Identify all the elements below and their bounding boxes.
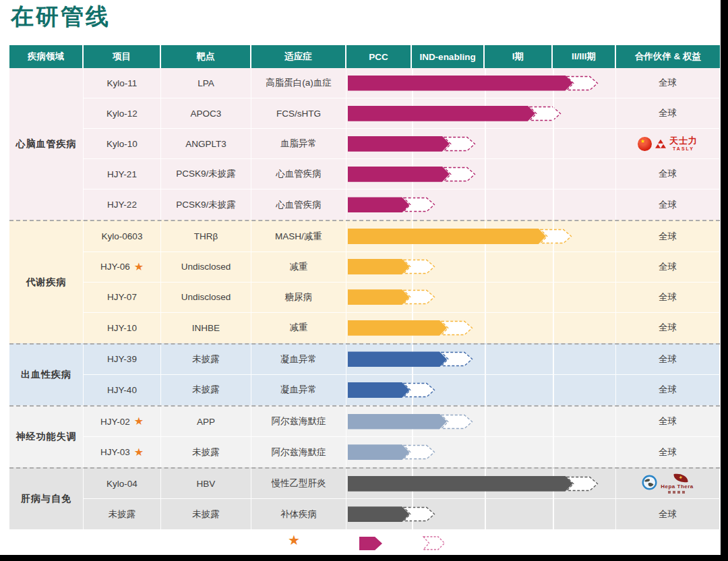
disease-group: 肝病与自免Kylo-04HBV慢性乙型肝炎✦Hepa Thera未披露未披露补体… <box>9 467 720 529</box>
phase-gridline <box>553 159 554 189</box>
phase-gridline <box>485 129 486 158</box>
project-name: HJY-10 <box>107 323 137 333</box>
tasly-logo: 天士力TASLY <box>669 136 698 151</box>
disease-area-label: 神经功能失调 <box>9 407 84 467</box>
progress-bar-solid <box>348 229 546 244</box>
phase-progress-cell <box>346 189 616 220</box>
disease-group: 代谢疾病Kylo-0603THRβMASH/减重全球HJY-06★Undiscl… <box>9 220 720 343</box>
progress-bar-solid <box>348 320 447 336</box>
project-name: Kylo-11 <box>107 78 138 88</box>
column-header-3: 适应症 <box>251 45 346 68</box>
column-header-7: II/III期 <box>553 45 616 68</box>
partner-rights-label: 全球 <box>659 107 677 119</box>
column-header-1: 项目 <box>84 45 161 68</box>
phase-progress-cell <box>346 407 616 437</box>
phase-progress-cell <box>346 469 616 499</box>
globe-icon <box>642 475 657 492</box>
project-cell: HJY-39 <box>84 345 161 375</box>
project-name: HJY-06 <box>100 262 130 272</box>
phase-progress-cell <box>346 159 616 189</box>
partner-rights-label: 全球 <box>659 77 677 89</box>
disease-group: 出血性疾病HJY-39未披露凝血异常全球HJY-40未披露凝血异常全球 <box>9 343 720 405</box>
project-cell: HJY-06★ <box>84 252 161 283</box>
target-cell: ANGPLT3 <box>161 129 251 159</box>
target-cell: HBV <box>161 469 251 499</box>
disease-area-label: 出血性疾病 <box>9 345 84 405</box>
project-cell: Kylo-12 <box>84 98 161 129</box>
pipeline-slide: 在研管线 疾病领域项目靶点适应症PCCIND-enablingI期II/III期… <box>0 0 728 561</box>
partner-rights-label: 全球 <box>659 384 677 396</box>
tasly-logo-mark-icon <box>655 140 666 148</box>
phase-progress-cell <box>346 313 616 343</box>
indication-cell: 心血管疾病 <box>251 159 346 189</box>
tasly-logo-cn: 天士力 <box>669 136 698 145</box>
project-cell: HJY-22 <box>84 189 161 220</box>
project-cell: HJY-40 <box>84 375 161 405</box>
phase-progress-cell <box>346 221 616 252</box>
project-name: Kylo-04 <box>107 479 138 489</box>
indication-cell: 凝血异常 <box>251 345 346 375</box>
phase-gridline <box>553 189 554 220</box>
partner-rights-label: 全球 <box>659 415 677 427</box>
partner-cell: ✦Hepa Thera <box>616 469 720 499</box>
bottom-border <box>0 555 728 561</box>
phase-gridline <box>412 189 413 220</box>
project-cell: Kylo-11 <box>84 68 161 98</box>
progress-bar-solid <box>348 76 572 91</box>
phase-gridline <box>553 283 554 312</box>
partner-cell: 全球 <box>616 345 720 375</box>
phase-gridline <box>485 437 486 467</box>
target-cell: 未披露 <box>161 499 251 529</box>
dashed-arrow-icon <box>423 536 446 550</box>
target-cell: Undisclosed <box>161 252 251 283</box>
project-cell: Kylo-10 <box>84 129 161 159</box>
tasly-logo-en: TASLY <box>673 146 694 151</box>
project-name: HJY-39 <box>107 354 137 364</box>
partner-cell: 全球 <box>616 189 720 220</box>
phase-progress-cell <box>346 68 616 98</box>
partner-cell: 全球 <box>616 375 720 405</box>
partner-cell: 全球 <box>616 252 720 283</box>
project-name: 未披露 <box>109 508 136 521</box>
hepathera-logo-name: Hepa Thera <box>661 484 694 490</box>
partner-rights-label: 全球 <box>659 446 677 459</box>
phase-gridline <box>412 283 413 312</box>
solid-arrow-icon <box>359 537 382 550</box>
progress-bar-solid <box>348 289 409 305</box>
indication-cell: MASH/减重 <box>251 221 346 252</box>
disease-area-label: 心脑血管疾病 <box>9 68 84 220</box>
phase-gridline <box>553 437 554 467</box>
partner-cell: 全球 <box>616 283 720 313</box>
phase-gridline <box>485 252 486 282</box>
phase-progress-cell <box>346 252 616 283</box>
indication-cell: 心血管疾病 <box>251 189 346 220</box>
phase-gridline <box>485 499 486 529</box>
indication-cell: 高脂蛋白(a)血症 <box>251 68 346 98</box>
progress-bar-solid <box>348 476 572 492</box>
partner-rights-label: 全球 <box>659 168 677 180</box>
partner-cell: 全球 <box>616 499 720 529</box>
phase-gridline <box>412 437 413 467</box>
partner-rights-label: 全球 <box>659 291 677 303</box>
project-cell: 未披露 <box>84 499 161 529</box>
pipeline-table: 疾病领域项目靶点适应症PCCIND-enablingI期II/III期合作伙伴 … <box>9 45 720 529</box>
disease-group: 神经功能失调HJY-02★APP阿尔兹海默症全球HJY-03★未披露阿尔兹海默症… <box>9 405 720 467</box>
phase-gridline <box>553 345 554 374</box>
disease-area-label: 代谢疾病 <box>9 221 84 343</box>
disease-area-label: 肝病与自免 <box>9 469 84 529</box>
column-header-8: 合作伙伴 & 权益 <box>616 45 720 68</box>
project-name: HJY-03 <box>100 447 130 457</box>
phase-gridline <box>553 313 554 343</box>
project-cell: Kylo-04 <box>84 469 161 499</box>
phase-progress-cell <box>346 345 616 375</box>
progress-bar-solid <box>348 444 409 460</box>
table-header-row: 疾病领域项目靶点适应症PCCIND-enablingI期II/III期合作伙伴 … <box>9 45 720 68</box>
partner-rights-label: 全球 <box>659 231 677 243</box>
target-cell: 未披露 <box>161 437 251 467</box>
project-name: HJY-02 <box>100 417 130 427</box>
indication-cell: 补体疾病 <box>251 499 346 529</box>
page-title: 在研管线 <box>11 1 111 32</box>
project-cell: HJY-10 <box>84 313 161 343</box>
progress-bar-solid <box>348 106 535 121</box>
project-name: Kylo-12 <box>107 109 138 119</box>
